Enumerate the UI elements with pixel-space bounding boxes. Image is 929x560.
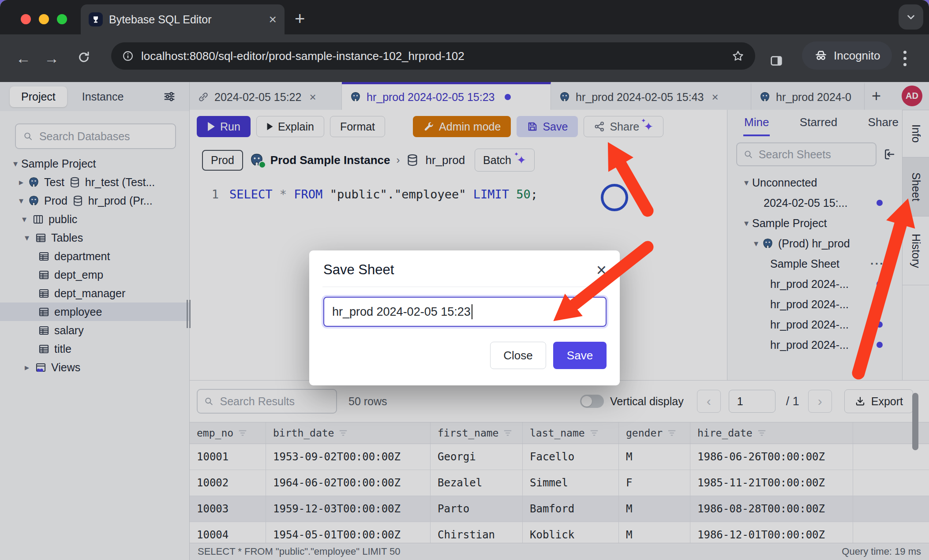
chevron-right-icon[interactable]: ▸: [15, 177, 27, 187]
search-results-box[interactable]: [197, 389, 337, 414]
sheet-name-input[interactable]: hr_prod 2024-02-05 15:23: [323, 297, 607, 327]
worksheet-tab-3[interactable]: hr_prod 2024-0: [751, 82, 865, 110]
tree-row-salary[interactable]: salary: [0, 321, 189, 340]
address-bar[interactable]: localhost:8080/sql-editor/prod-sample-in…: [111, 42, 755, 70]
tree-row-Sample Project[interactable]: ▾Sample Project: [0, 154, 189, 173]
batch-button[interactable]: Batch ✦✦: [475, 149, 535, 172]
explain-button[interactable]: Explain: [256, 116, 324, 137]
column-header-birth_date[interactable]: birth_date: [266, 422, 431, 444]
tab-project[interactable]: Project: [10, 86, 67, 107]
close-tab-icon[interactable]: ×: [712, 90, 719, 104]
sheet-item-6[interactable]: hr_prod 2024-...: [727, 294, 902, 314]
environment-chip[interactable]: Prod: [202, 150, 243, 171]
sheet-item-7[interactable]: hr_prod 2024-...: [727, 314, 902, 335]
tree-row-Prod[interactable]: ▾Prodhr_prod (Pr...: [0, 191, 189, 210]
chevron-down-icon[interactable]: ▾: [19, 214, 30, 224]
bookmark-star-icon[interactable]: [731, 49, 745, 63]
sidebar-resize-handle[interactable]: [187, 300, 191, 328]
page-number-input[interactable]: 1: [729, 390, 775, 413]
sql-code-line[interactable]: 1 SELECT * FROM "public"."employee" LIMI…: [190, 187, 727, 201]
sheet-tab-share[interactable]: Share: [867, 110, 899, 136]
side-tab-sheet[interactable]: Sheet: [903, 157, 929, 217]
filter-settings-button[interactable]: [163, 90, 176, 103]
tree-row-dept_emp[interactable]: dept_emp: [0, 265, 189, 284]
minimize-window-button[interactable]: [39, 14, 49, 24]
side-panel-button[interactable]: [769, 54, 783, 68]
tree-row-public[interactable]: ▾public: [0, 210, 189, 228]
more-options-icon[interactable]: ···: [870, 257, 884, 271]
column-header-last_name[interactable]: last_name: [523, 422, 619, 444]
search-results-input[interactable]: [219, 395, 330, 408]
chevron-down-icon[interactable]: ▾: [10, 158, 21, 169]
export-button[interactable]: Export: [844, 389, 913, 413]
tree-row-Tables[interactable]: ▾Tables: [0, 228, 189, 247]
side-tab-info[interactable]: Info: [903, 110, 929, 157]
sheet-item-1[interactable]: 2024-02-05 15:...: [727, 193, 902, 213]
sheet-tab-starred[interactable]: Starred: [799, 110, 838, 136]
reload-button[interactable]: [77, 50, 91, 64]
site-info-icon[interactable]: [122, 50, 134, 62]
chevron-down-icon[interactable]: ▾: [15, 195, 27, 206]
next-page-button[interactable]: ›: [808, 390, 832, 413]
forward-button[interactable]: →: [44, 51, 59, 66]
tab-instance[interactable]: Instance: [71, 86, 135, 107]
browser-menu-button[interactable]: [903, 48, 907, 69]
search-databases-input[interactable]: [38, 130, 168, 143]
tree-row-Views[interactable]: ▸Views: [0, 358, 189, 377]
browser-new-tab-button[interactable]: +: [295, 10, 305, 27]
tree-row-employee[interactable]: employee: [0, 302, 189, 321]
table-scrollbar[interactable]: [912, 393, 918, 450]
dialog-close-icon[interactable]: ×: [596, 263, 607, 277]
share-button[interactable]: Share ✦✦: [584, 116, 663, 137]
search-databases-box[interactable]: [15, 123, 176, 149]
format-button[interactable]: Format: [330, 116, 385, 137]
sql-statement[interactable]: SELECT * FROM "public"."employee" LIMIT …: [229, 187, 538, 201]
side-tab-history[interactable]: History: [903, 217, 929, 285]
instance-name[interactable]: Prod Sample Instance: [270, 153, 390, 167]
sheet-item-3[interactable]: ▾(Prod) hr_prod: [727, 233, 902, 254]
user-avatar[interactable]: AD: [902, 86, 922, 106]
tree-row-department[interactable]: department: [0, 247, 189, 265]
column-header-gender[interactable]: gender: [619, 422, 690, 444]
database-name[interactable]: hr_prod: [425, 153, 465, 167]
worksheet-tab-2[interactable]: hr_prod 2024-02-05 15:43×: [551, 82, 751, 110]
column-header-hire_date[interactable]: hire_date: [690, 422, 853, 444]
browser-tab[interactable]: Bytebase SQL Editor ×: [81, 4, 285, 34]
prev-page-button[interactable]: ‹: [697, 390, 721, 413]
tree-row-title[interactable]: title: [0, 340, 189, 358]
run-button[interactable]: Run: [197, 116, 251, 137]
search-sheets-box[interactable]: [736, 142, 877, 166]
sheet-item-2[interactable]: ▾Sample Project: [727, 213, 902, 233]
worksheet-tab-0[interactable]: 2024-02-05 15:22×: [190, 82, 342, 110]
tab-search-button[interactable]: [899, 4, 923, 30]
admin-mode-button[interactable]: Admin mode: [413, 116, 511, 137]
search-sheets-input[interactable]: [758, 148, 869, 161]
collapse-panel-icon[interactable]: [883, 148, 896, 161]
column-header-first_name[interactable]: first_name: [431, 422, 523, 444]
chevron-down-icon[interactable]: ▾: [741, 218, 752, 228]
sheet-item-8[interactable]: hr_prod 2024-...: [727, 335, 902, 355]
new-worksheet-button[interactable]: +: [872, 87, 881, 105]
sheet-item-4[interactable]: Sample Sheet···: [727, 254, 902, 274]
tree-row-Test[interactable]: ▸Testhr_test (Test...: [0, 173, 189, 191]
close-window-button[interactable]: [21, 14, 31, 24]
worksheet-tab-1[interactable]: hr_prod 2024-02-05 15:23: [342, 82, 551, 110]
sheet-tab-mine[interactable]: Mine: [743, 110, 770, 136]
sheet-item-5[interactable]: hr_prod 2024-...: [727, 274, 902, 294]
chevron-down-icon[interactable]: ▾: [750, 238, 762, 249]
vertical-display-toggle[interactable]: [580, 395, 604, 408]
dialog-save-button[interactable]: Save: [553, 342, 607, 369]
chevron-down-icon[interactable]: ▾: [21, 232, 33, 243]
maximize-window-button[interactable]: [57, 14, 67, 24]
dialog-close-button[interactable]: Close: [490, 342, 546, 369]
chevron-right-icon[interactable]: ▸: [21, 362, 33, 373]
sheet-item-0[interactable]: ▾Unconnected: [727, 172, 902, 193]
browser-tab-close-icon[interactable]: ×: [269, 13, 277, 26]
tree-row-dept_manager[interactable]: dept_manager: [0, 284, 189, 302]
close-tab-icon[interactable]: ×: [309, 90, 316, 104]
url-text[interactable]: localhost:8080/sql-editor/prod-sample-in…: [141, 49, 724, 63]
column-header-emp_no[interactable]: emp_no: [190, 422, 266, 444]
back-button[interactable]: ←: [16, 51, 31, 66]
chevron-down-icon[interactable]: ▾: [741, 177, 752, 188]
save-button[interactable]: Save: [517, 116, 578, 137]
